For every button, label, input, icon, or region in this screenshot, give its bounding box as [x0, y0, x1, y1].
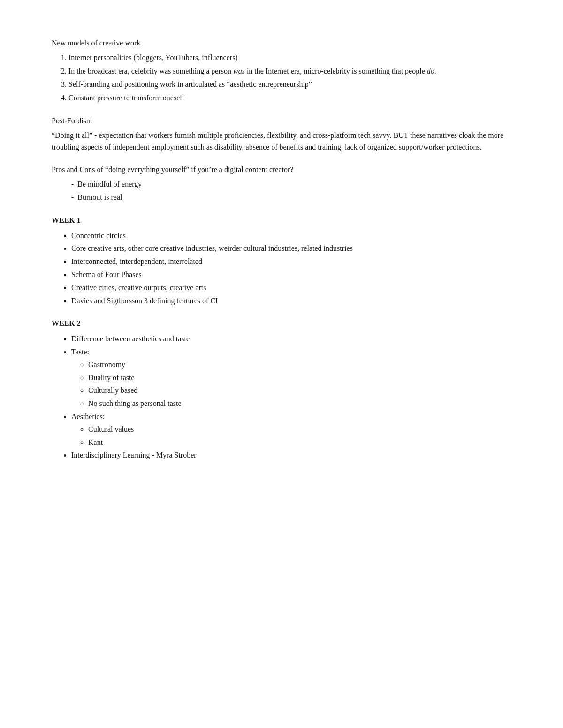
post-fordism-heading: Post-Fordism: [52, 115, 511, 127]
taste-sub-2: Duality of taste: [88, 372, 511, 384]
list-item-3: Self-branding and positioning work in ar…: [68, 79, 511, 90]
taste-sub-list: Gastronomy Duality of taste Culturally b…: [71, 359, 511, 410]
pros-cons-list: Be mindful of energy Burnout is real: [52, 179, 511, 203]
aesthetics-sub-2: Kant: [88, 437, 511, 449]
post-fordism-body: “Doing it all” - expectation that worker…: [52, 130, 511, 153]
pros-cons-section: Pros and Cons of “doing everything yours…: [52, 164, 511, 203]
list-item-1: Internet personalities (bloggers, YouTub…: [68, 52, 511, 64]
post-fordism-section: Post-Fordism “Doing it all” - expectatio…: [52, 115, 511, 153]
week2-item-1: Difference between aesthetics and taste: [71, 333, 511, 345]
list-item-2: In the broadcast era, celebrity was some…: [68, 66, 511, 77]
list-item-4: Constant pressure to transform oneself: [68, 92, 511, 104]
week1-list: Concentric circles Core creative arts, o…: [52, 230, 511, 307]
week1-heading: WEEK 1: [52, 215, 511, 226]
new-models-section: New models of creative work Internet per…: [52, 38, 511, 104]
week2-section: WEEK 2 Difference between aesthetics and…: [52, 318, 511, 461]
aesthetics-sub-list: Cultural values Kant: [71, 424, 511, 449]
pros-cons-item-2: Burnout is real: [71, 192, 511, 203]
taste-sub-4: No such thing as personal taste: [88, 398, 511, 410]
week2-heading: WEEK 2: [52, 318, 511, 330]
week1-item-3: Interconnected, interdependent, interrel…: [71, 256, 511, 268]
week1-item-2: Core creative arts, other core creative …: [71, 243, 511, 255]
week2-item-taste: Taste: Gastronomy Duality of taste Cultu…: [71, 346, 511, 410]
pros-cons-item-1: Be mindful of energy: [71, 179, 511, 190]
week1-item-4: Schema of Four Phases: [71, 269, 511, 281]
taste-sub-1: Gastronomy: [88, 359, 511, 371]
week2-list: Difference between aesthetics and taste …: [52, 333, 511, 461]
taste-sub-3: Culturally based: [88, 385, 511, 397]
new-models-list: Internet personalities (bloggers, YouTub…: [52, 52, 511, 104]
new-models-heading: New models of creative work: [52, 38, 511, 49]
week1-item-6: Davies and Sigthorsson 3 defining featur…: [71, 295, 511, 307]
week1-item-1: Concentric circles: [71, 230, 511, 242]
week1-item-5: Creative cities, creative outputs, creat…: [71, 282, 511, 294]
aesthetics-sub-1: Cultural values: [88, 424, 511, 435]
week2-item-aesthetics: Aesthetics: Cultural values Kant: [71, 411, 511, 448]
week2-item-4: Interdisciplinary Learning - Myra Strobe…: [71, 450, 511, 461]
pros-cons-heading: Pros and Cons of “doing everything yours…: [52, 164, 511, 176]
week1-section: WEEK 1 Concentric circles Core creative …: [52, 215, 511, 307]
